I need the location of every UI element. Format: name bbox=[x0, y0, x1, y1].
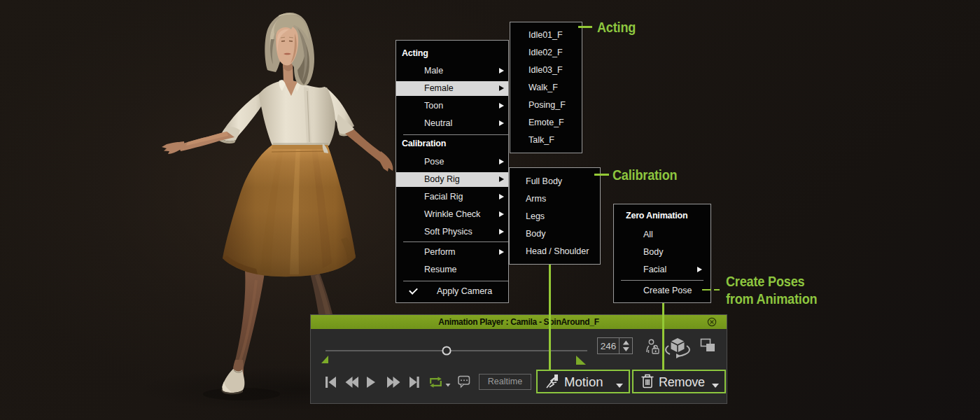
svg-text:246: 246 bbox=[601, 341, 617, 351]
